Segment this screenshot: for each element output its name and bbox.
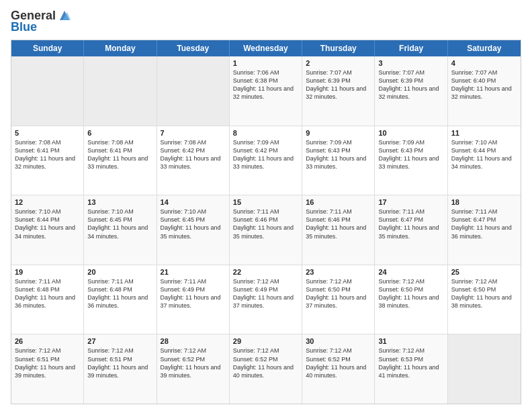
cell-info: Sunrise: 7:10 AM Sunset: 6:44 PM Dayligh… [451, 138, 517, 171]
cal-cell: 29Sunrise: 7:12 AM Sunset: 6:52 PM Dayli… [230, 334, 302, 404]
cal-cell: 4Sunrise: 7:07 AM Sunset: 6:40 PM Daylig… [448, 56, 521, 126]
cal-cell: 22Sunrise: 7:12 AM Sunset: 6:49 PM Dayli… [230, 265, 302, 334]
day-number: 2 [306, 59, 371, 67]
cell-info: Sunrise: 7:12 AM Sunset: 6:50 PM Dayligh… [378, 277, 443, 310]
cell-info: Sunrise: 7:08 AM Sunset: 6:41 PM Dayligh… [15, 138, 80, 171]
cal-cell [11, 56, 84, 126]
cell-info: Sunrise: 7:06 AM Sunset: 6:38 PM Dayligh… [233, 68, 298, 101]
day-number: 27 [87, 337, 152, 345]
cal-cell: 6Sunrise: 7:08 AM Sunset: 6:41 PM Daylig… [84, 126, 157, 195]
day-number: 26 [15, 337, 80, 345]
day-number: 13 [87, 198, 152, 206]
cell-info: Sunrise: 7:12 AM Sunset: 6:52 PM Dayligh… [161, 347, 226, 379]
cal-cell [448, 334, 521, 404]
cell-info: Sunrise: 7:07 AM Sunset: 6:40 PM Dayligh… [451, 68, 517, 101]
day-number: 4 [451, 59, 517, 67]
day-number: 7 [161, 129, 226, 137]
cal-cell: 2Sunrise: 7:07 AM Sunset: 6:39 PM Daylig… [302, 56, 375, 126]
cal-cell: 5Sunrise: 7:08 AM Sunset: 6:41 PM Daylig… [11, 126, 84, 195]
cell-info: Sunrise: 7:11 AM Sunset: 6:48 PM Dayligh… [15, 277, 80, 310]
cal-cell: 11Sunrise: 7:10 AM Sunset: 6:44 PM Dayli… [448, 126, 521, 195]
day-number: 19 [15, 268, 80, 276]
cell-info: Sunrise: 7:12 AM Sunset: 6:51 PM Dayligh… [87, 347, 152, 379]
week-row-3: 12Sunrise: 7:10 AM Sunset: 6:44 PM Dayli… [11, 195, 521, 265]
cal-cell: 18Sunrise: 7:11 AM Sunset: 6:47 PM Dayli… [448, 195, 521, 265]
day-header-tuesday: Tuesday [157, 40, 230, 56]
cell-info: Sunrise: 7:10 AM Sunset: 6:45 PM Dayligh… [87, 208, 152, 240]
cal-cell: 23Sunrise: 7:12 AM Sunset: 6:50 PM Dayli… [302, 265, 375, 334]
cal-cell: 28Sunrise: 7:12 AM Sunset: 6:52 PM Dayli… [157, 334, 230, 404]
cell-info: Sunrise: 7:11 AM Sunset: 6:47 PM Dayligh… [378, 208, 443, 240]
cell-info: Sunrise: 7:12 AM Sunset: 6:51 PM Dayligh… [15, 347, 80, 379]
cell-info: Sunrise: 7:08 AM Sunset: 6:41 PM Dayligh… [87, 138, 152, 171]
cell-info: Sunrise: 7:07 AM Sunset: 6:39 PM Dayligh… [306, 68, 371, 101]
cal-cell [157, 56, 230, 126]
day-number: 6 [87, 129, 152, 137]
cal-cell: 14Sunrise: 7:10 AM Sunset: 6:45 PM Dayli… [157, 195, 230, 265]
cal-cell: 21Sunrise: 7:11 AM Sunset: 6:49 PM Dayli… [157, 265, 230, 334]
cell-info: Sunrise: 7:08 AM Sunset: 6:42 PM Dayligh… [161, 138, 226, 171]
cal-cell: 1Sunrise: 7:06 AM Sunset: 6:38 PM Daylig… [230, 56, 302, 126]
cell-info: Sunrise: 7:12 AM Sunset: 6:52 PM Dayligh… [306, 347, 371, 379]
cal-cell: 31Sunrise: 7:12 AM Sunset: 6:53 PM Dayli… [375, 334, 447, 404]
cell-info: Sunrise: 7:10 AM Sunset: 6:44 PM Dayligh… [15, 208, 80, 240]
week-row-5: 26Sunrise: 7:12 AM Sunset: 6:51 PM Dayli… [11, 334, 521, 404]
day-number: 10 [378, 129, 443, 137]
cal-cell: 12Sunrise: 7:10 AM Sunset: 6:44 PM Dayli… [11, 195, 84, 265]
cell-info: Sunrise: 7:11 AM Sunset: 6:46 PM Dayligh… [233, 208, 298, 240]
cal-cell: 19Sunrise: 7:11 AM Sunset: 6:48 PM Dayli… [11, 265, 84, 334]
logo: General Blue [11, 8, 72, 34]
cell-info: Sunrise: 7:12 AM Sunset: 6:50 PM Dayligh… [451, 277, 517, 310]
day-number: 3 [378, 59, 443, 67]
calendar: SundayMondayTuesdayWednesdayThursdayFrid… [11, 40, 521, 404]
cal-cell: 13Sunrise: 7:10 AM Sunset: 6:45 PM Dayli… [84, 195, 157, 265]
cell-info: Sunrise: 7:09 AM Sunset: 6:43 PM Dayligh… [378, 138, 443, 171]
page: General Blue SundayMondayTuesdayWednesda… [0, 0, 532, 411]
day-number: 14 [161, 198, 226, 206]
day-header-thursday: Thursday [302, 40, 375, 56]
cell-info: Sunrise: 7:12 AM Sunset: 6:49 PM Dayligh… [233, 277, 298, 310]
cal-cell: 15Sunrise: 7:11 AM Sunset: 6:46 PM Dayli… [230, 195, 302, 265]
day-number: 9 [306, 129, 371, 137]
calendar-body: 1Sunrise: 7:06 AM Sunset: 6:38 PM Daylig… [11, 56, 521, 404]
day-number: 22 [233, 268, 298, 276]
cal-cell: 16Sunrise: 7:11 AM Sunset: 6:46 PM Dayli… [302, 195, 375, 265]
cal-cell: 9Sunrise: 7:09 AM Sunset: 6:43 PM Daylig… [302, 126, 375, 195]
day-number: 24 [378, 268, 443, 276]
day-number: 29 [233, 337, 298, 345]
page-header: General Blue [11, 8, 521, 34]
cal-cell: 26Sunrise: 7:12 AM Sunset: 6:51 PM Dayli… [11, 334, 84, 404]
day-number: 25 [451, 268, 517, 276]
cell-info: Sunrise: 7:11 AM Sunset: 6:49 PM Dayligh… [161, 277, 226, 310]
day-number: 28 [161, 337, 226, 345]
day-number: 11 [451, 129, 517, 137]
cal-cell: 20Sunrise: 7:11 AM Sunset: 6:48 PM Dayli… [84, 265, 157, 334]
day-number: 18 [451, 198, 517, 206]
cal-cell: 7Sunrise: 7:08 AM Sunset: 6:42 PM Daylig… [157, 126, 230, 195]
day-number: 15 [233, 198, 298, 206]
day-number: 1 [233, 59, 298, 67]
day-number: 16 [306, 198, 371, 206]
cell-info: Sunrise: 7:12 AM Sunset: 6:53 PM Dayligh… [378, 347, 443, 379]
cell-info: Sunrise: 7:11 AM Sunset: 6:47 PM Dayligh… [451, 208, 517, 240]
cal-cell: 8Sunrise: 7:09 AM Sunset: 6:42 PM Daylig… [230, 126, 302, 195]
cell-info: Sunrise: 7:07 AM Sunset: 6:39 PM Dayligh… [378, 68, 443, 101]
cell-info: Sunrise: 7:12 AM Sunset: 6:50 PM Dayligh… [306, 277, 371, 310]
day-header-saturday: Saturday [448, 40, 521, 56]
cal-cell: 3Sunrise: 7:07 AM Sunset: 6:39 PM Daylig… [375, 56, 447, 126]
cal-cell: 30Sunrise: 7:12 AM Sunset: 6:52 PM Dayli… [302, 334, 375, 404]
day-number: 17 [378, 198, 443, 206]
cal-cell [84, 56, 157, 126]
day-header-monday: Monday [84, 40, 157, 56]
cell-info: Sunrise: 7:11 AM Sunset: 6:46 PM Dayligh… [306, 208, 371, 240]
cal-cell: 25Sunrise: 7:12 AM Sunset: 6:50 PM Dayli… [448, 265, 521, 334]
calendar-header: SundayMondayTuesdayWednesdayThursdayFrid… [11, 40, 521, 56]
day-header-wednesday: Wednesday [230, 40, 302, 56]
day-header-friday: Friday [375, 40, 447, 56]
day-number: 8 [233, 129, 298, 137]
day-number: 23 [306, 268, 371, 276]
cal-cell: 27Sunrise: 7:12 AM Sunset: 6:51 PM Dayli… [84, 334, 157, 404]
day-header-sunday: Sunday [11, 40, 84, 56]
day-number: 31 [378, 337, 443, 345]
cal-cell: 24Sunrise: 7:12 AM Sunset: 6:50 PM Dayli… [375, 265, 447, 334]
